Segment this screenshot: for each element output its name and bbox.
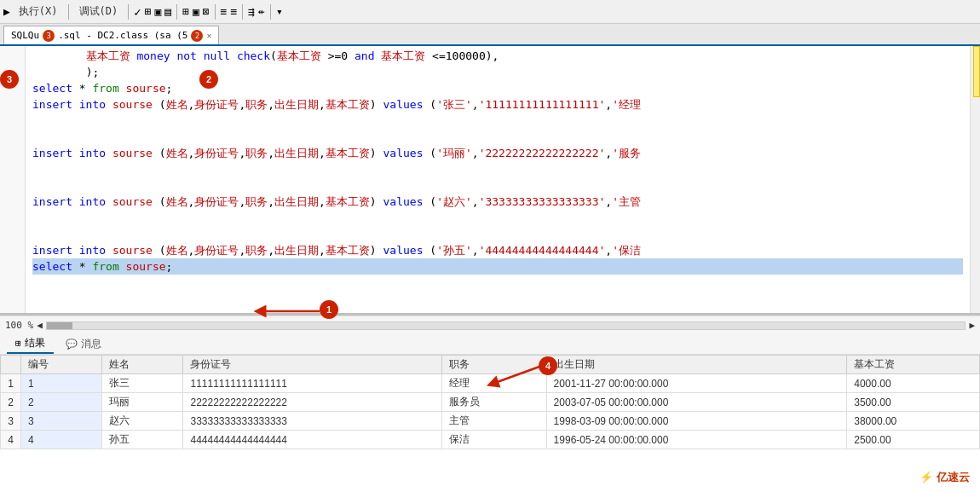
zoom-scrollbar[interactable] <box>46 321 966 330</box>
zoom-level: 100 % <box>5 320 33 331</box>
cell-name: 孙五 <box>102 431 183 449</box>
cell-job: 保洁 <box>441 431 546 449</box>
code-editor[interactable]: 基本工资 money not null check(基本工资 >=0 and 基… <box>26 46 970 313</box>
tab-sql[interactable]: SQLQu 3 .sql - DC2.class (sa (5 2 ✕ <box>3 26 219 44</box>
main-area: 基本工资 money not null check(基本工资 >=0 and 基… <box>0 46 980 492</box>
code-line-selected: select * from sourse; <box>32 258 963 275</box>
toolbar-icon-3[interactable]: ▤ <box>164 5 171 18</box>
annotation-1: 1 <box>320 300 338 319</box>
col-id: 编号 <box>21 356 102 374</box>
cell-job: 服务员 <box>441 393 546 412</box>
toolbar-icon-7[interactable]: ≡ <box>221 5 228 18</box>
cell-rownum: 4 <box>1 431 21 449</box>
toolbar-icon-11[interactable]: ▾ <box>276 5 283 18</box>
right-scrollbar[interactable] <box>970 46 980 313</box>
cell-idnum: 33333333333333333 <box>183 412 441 431</box>
col-idnum: 身份证号 <box>183 356 441 374</box>
code-line-4: insert into sourse (姓名,身份证号,职务,出生日期,基本工资… <box>32 98 641 111</box>
messages-label: 消息 <box>81 337 101 351</box>
zoom-thumb[interactable] <box>47 322 72 329</box>
code-line-6: insert into sourse (姓名,身份证号,职务,出生日期,基本工资… <box>32 147 641 159</box>
cell-birth: 1998-03-09 00:00:00.000 <box>546 412 847 431</box>
cell-id: 4 <box>21 431 102 449</box>
zoom-right-arrow[interactable]: ▶ <box>969 320 975 331</box>
code-line-10: insert into sourse (姓名,身份证号,职务,出生日期,基本工资… <box>32 244 641 257</box>
watermark: ⚡ 亿速云 <box>919 470 970 485</box>
zoom-bar: 100 % ◀ ▶ <box>0 315 980 334</box>
tab-num-badge2: 2 <box>191 30 203 42</box>
toolbar-sep-2 <box>128 4 129 20</box>
toolbar-sep-3 <box>176 4 177 20</box>
col-rownum <box>1 356 21 374</box>
messages-icon: 💬 <box>66 339 78 350</box>
toolbar-icon-5[interactable]: ▣ <box>193 5 199 18</box>
toolbar-sep-4 <box>215 4 216 20</box>
results-icon: ⊞ <box>15 338 21 349</box>
annotation-4: 4 <box>539 356 557 375</box>
cell-id: 3 <box>21 412 102 431</box>
tab-num-badge: 3 <box>43 30 55 42</box>
cell-id: 1 <box>21 374 102 393</box>
cell-salary: 4000.00 <box>847 374 980 393</box>
cell-salary: 38000.00 <box>847 412 980 431</box>
watermark-icon: ⚡ <box>919 471 933 483</box>
scroll-thumb[interactable] <box>973 46 980 97</box>
run-icon[interactable]: ▶ <box>3 5 10 18</box>
cell-salary: 3500.00 <box>847 393 980 412</box>
cell-birth: 2001-11-27 00:00:00.000 <box>546 374 847 393</box>
watermark-text: 亿速云 <box>937 471 970 483</box>
bottom-tabs: ⊞ 结果 💬 消息 <box>0 334 980 355</box>
results-area: 编号 姓名 身份证号 职务 出生日期 基本工资 1 1 张三 111111111… <box>0 355 980 492</box>
table-row: 2 2 玛丽 22222222222222222 服务员 2003-07-05 … <box>1 393 980 412</box>
cell-birth: 2003-07-05 00:00:00.000 <box>546 393 847 412</box>
toolbar-icon-1[interactable]: ⊞ <box>145 5 152 18</box>
cell-salary: 2500.00 <box>847 431 980 449</box>
cell-name: 张三 <box>102 374 183 393</box>
toolbar-icon-2[interactable]: ▣ <box>154 5 161 18</box>
tab-results[interactable]: ⊞ 结果 <box>7 334 54 354</box>
code-line-1: 基本工资 money not null check(基本工资 >=0 and 基… <box>32 49 499 62</box>
toolbar-icon-4[interactable]: ⊞ <box>182 5 189 18</box>
tab-sublabel: .sql - DC2.class (sa (5 <box>58 30 187 41</box>
cell-name: 玛丽 <box>102 393 183 412</box>
toolbar-debug[interactable]: 调试(D) <box>74 3 124 20</box>
toolbar: ▶ 执行(X) 调试(D) ✓ ⊞ ▣ ▤ ⊞ ▣ ⊠ ≡ ≡ ⇶ ⇷ ▾ <box>0 0 980 24</box>
tab-messages[interactable]: 💬 消息 <box>57 335 110 353</box>
zoom-left-arrow[interactable]: ◀ <box>37 320 43 331</box>
toolbar-sep-5 <box>242 4 243 20</box>
cell-rownum: 1 <box>1 374 21 393</box>
col-birth: 出生日期 <box>546 356 847 374</box>
toolbar-sep-1 <box>68 4 69 20</box>
cell-rownum: 2 <box>1 393 21 412</box>
toolbar-icon-9[interactable]: ⇶ <box>248 5 255 18</box>
toolbar-execute[interactable]: 执行(X) <box>14 3 63 20</box>
cell-idnum: 11111111111111111 <box>183 374 441 393</box>
toolbar-check-icon[interactable]: ✓ <box>134 5 141 19</box>
bottom-panel: ⊞ 结果 💬 消息 编号 姓名 身份证号 职务 出生日期 基本 <box>0 334 980 492</box>
toolbar-sep-6 <box>270 4 271 20</box>
cell-id: 2 <box>21 393 102 412</box>
cell-idnum: 44444444444444444 <box>183 431 441 449</box>
toolbar-icon-6[interactable]: ⊠ <box>203 5 210 18</box>
code-line-3: select * from sourse; <box>32 82 172 95</box>
code-line-2: ); <box>32 66 99 78</box>
tab-label: SQLQu <box>11 30 39 41</box>
annotation-3: 3 <box>0 70 19 89</box>
cell-birth: 1996-05-24 00:00:00.000 <box>546 431 847 449</box>
toolbar-icon-10[interactable]: ⇷ <box>258 5 265 18</box>
table-row: 3 3 赵六 33333333333333333 主管 1998-03-09 0… <box>1 412 980 431</box>
tab-close-icon[interactable]: ✕ <box>206 31 211 40</box>
cell-rownum: 3 <box>1 412 21 431</box>
results-label: 结果 <box>25 336 45 350</box>
table-row: 4 4 孙五 44444444444444444 保洁 1996-05-24 0… <box>1 431 980 449</box>
col-salary: 基本工资 <box>847 356 980 374</box>
editor-area: 基本工资 money not null check(基本工资 >=0 and 基… <box>0 46 980 315</box>
col-name: 姓名 <box>102 356 183 374</box>
cell-name: 赵六 <box>102 412 183 431</box>
toolbar-icon-8[interactable]: ≡ <box>230 5 237 18</box>
cell-job: 主管 <box>441 412 546 431</box>
cell-idnum: 22222222222222222 <box>183 393 441 412</box>
tab-bar: SQLQu 3 .sql - DC2.class (sa (5 2 ✕ <box>0 24 980 46</box>
annotation-2: 2 <box>199 70 218 89</box>
code-line-8: insert into sourse (姓名,身份证号,职务,出生日期,基本工资… <box>32 195 641 208</box>
